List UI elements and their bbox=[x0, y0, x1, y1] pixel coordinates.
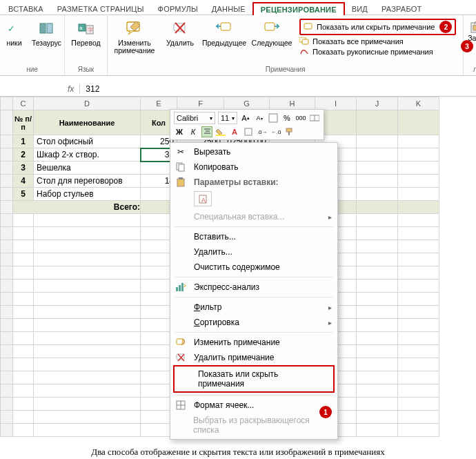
next-comment-button[interactable]: Следующее bbox=[251, 17, 292, 47]
svg-rect-28 bbox=[177, 179, 184, 186]
cell-num-1[interactable]: 1 bbox=[13, 135, 34, 148]
svg-rect-33 bbox=[179, 285, 181, 291]
ctx-delete[interactable]: Удалить... bbox=[170, 244, 337, 260]
svg-text:✓: ✓ bbox=[8, 23, 15, 34]
translate-button[interactable]: a字 Перевод bbox=[66, 17, 107, 47]
ctx-cut[interactable]: ✂Вырезать bbox=[170, 144, 337, 159]
show-ink-button[interactable]: Показать рукописные примечания bbox=[299, 48, 456, 56]
italic-icon[interactable]: К bbox=[188, 126, 199, 137]
ctx-quick-analysis[interactable]: Экспресс-анализ bbox=[170, 280, 337, 295]
context-menu: ✂Вырезать Копировать Параметры вставки: … bbox=[170, 142, 338, 440]
formula-value[interactable]: 312 bbox=[80, 84, 105, 94]
cell-name-1[interactable]: Стол офисный bbox=[34, 135, 141, 148]
svg-text:A: A bbox=[201, 197, 206, 204]
svg-rect-23 bbox=[245, 128, 252, 135]
svg-rect-2 bbox=[47, 23, 52, 33]
show-ink-label: Показать рукописные примечания bbox=[313, 48, 433, 56]
ctx-copy[interactable]: Копировать bbox=[170, 159, 337, 175]
header-np[interactable]: № п/п bbox=[13, 110, 34, 135]
tab-review[interactable]: РЕЦЕНЗИРОВАНИЕ bbox=[252, 2, 345, 15]
tab-insert[interactable]: ВСТАВКА bbox=[1, 3, 50, 14]
fill-color-icon[interactable] bbox=[215, 126, 226, 137]
cell-name-2[interactable]: Шкаф 2-х створ. bbox=[34, 148, 141, 162]
ink-icon bbox=[299, 48, 309, 56]
increase-font-icon[interactable]: A▴ bbox=[240, 113, 251, 124]
accounting-format-icon[interactable] bbox=[268, 113, 279, 124]
decrease-font-icon[interactable]: A▾ bbox=[254, 113, 265, 124]
borders-icon[interactable] bbox=[243, 126, 254, 137]
cell-num-5[interactable]: 5 bbox=[13, 188, 34, 201]
svg-rect-29 bbox=[179, 177, 183, 179]
cell-name-4[interactable]: Стол для переговоров bbox=[34, 175, 141, 188]
col-header-J[interactable]: J bbox=[357, 97, 398, 110]
format-cells-icon bbox=[175, 400, 187, 410]
tab-page-layout[interactable]: РАЗМЕТКА СТРАНИЦЫ bbox=[50, 3, 151, 14]
callout-1: 1 bbox=[319, 406, 332, 418]
comment-icon bbox=[304, 23, 313, 31]
figure-caption: Два способа отображение и скрытия текста… bbox=[0, 437, 476, 459]
show-hide-comment-label: Показать или скрыть примечание bbox=[317, 23, 435, 31]
group-label-proofing: ние bbox=[26, 66, 38, 74]
tab-data[interactable]: ДАННЫЕ bbox=[205, 3, 252, 14]
decrease-decimal-icon[interactable]: ←.0 bbox=[270, 126, 281, 137]
tab-view[interactable]: ВИД bbox=[345, 3, 375, 14]
col-header-F[interactable]: F bbox=[177, 97, 224, 110]
increase-decimal-icon[interactable]: .0→ bbox=[257, 126, 268, 137]
thousands-icon[interactable]: 000 bbox=[295, 113, 306, 124]
svg-rect-25 bbox=[288, 132, 290, 135]
thesaurus-button[interactable]: Тезаурус bbox=[31, 17, 63, 47]
show-all-comments-button[interactable]: Показать все примечания bbox=[299, 37, 456, 46]
total-label[interactable]: Всего: bbox=[13, 201, 141, 214]
edit-comment-icon bbox=[175, 338, 187, 346]
svg-rect-32 bbox=[176, 287, 178, 291]
ctx-clear[interactable]: Очистить содержимое bbox=[170, 260, 337, 275]
fx-icon[interactable]: fx bbox=[62, 84, 80, 94]
ctx-special-paste[interactable]: Специальная вставка... bbox=[170, 209, 337, 224]
prev-comment-button[interactable]: Предыдущее bbox=[201, 17, 247, 47]
merge-icon[interactable] bbox=[309, 113, 320, 124]
col-header-H[interactable]: H bbox=[270, 97, 315, 110]
ctx-edit-comment[interactable]: Изменить примечание bbox=[170, 335, 337, 350]
align-center-icon[interactable] bbox=[201, 126, 212, 137]
cell-num-4[interactable]: 4 bbox=[13, 175, 34, 188]
ctx-sort[interactable]: Сортировка bbox=[170, 315, 337, 330]
spellcheck-button[interactable]: ✓ ники bbox=[2, 17, 27, 47]
col-header-E[interactable]: E bbox=[141, 97, 177, 110]
cell-name-5[interactable]: Набор стульев bbox=[34, 188, 141, 201]
quick-analysis-icon bbox=[175, 283, 187, 291]
ctx-show-hide-comments[interactable]: Показать или скрыть примечания bbox=[175, 367, 333, 391]
font-size-select[interactable]: 11▾ bbox=[218, 112, 237, 124]
cell-name-3[interactable]: Вешелка bbox=[34, 162, 141, 175]
font-color-icon[interactable]: A bbox=[229, 126, 240, 137]
cell-num-3[interactable]: 3 bbox=[13, 162, 34, 175]
cell-num-2[interactable]: 2 bbox=[13, 148, 34, 162]
col-header-C[interactable]: C bbox=[13, 97, 34, 110]
bold-icon[interactable]: Ж bbox=[174, 126, 185, 137]
callout-2: 2 bbox=[439, 21, 452, 33]
format-painter-icon[interactable] bbox=[284, 126, 295, 137]
ctx-insert[interactable]: Вставить... bbox=[170, 229, 337, 244]
edit-comment-button[interactable]: Изменить примечание bbox=[110, 17, 159, 55]
tab-formulas[interactable]: ФОРМУЛЫ bbox=[151, 3, 205, 14]
ctx-format-cells[interactable]: Формат ячеек... bbox=[170, 398, 337, 413]
col-header-K[interactable]: K bbox=[398, 97, 439, 110]
worksheet: C D E F G H I J K № п/п Наименование Кол… bbox=[0, 97, 476, 437]
paste-default[interactable]: A bbox=[194, 191, 212, 206]
font-name-select[interactable]: Calibri▾ bbox=[174, 112, 215, 124]
percent-icon[interactable]: % bbox=[281, 113, 292, 124]
svg-text:a: a bbox=[79, 25, 83, 31]
svg-rect-13 bbox=[302, 39, 308, 44]
mini-toolbar: Calibri▾ 11▾ A▴ A▾ % 000 Ж К A .0→ ←.0 bbox=[170, 109, 324, 140]
svg-rect-15 bbox=[473, 26, 476, 30]
ctx-delete-comment[interactable]: Удалить примечание bbox=[170, 350, 337, 365]
tab-developer[interactable]: РАЗРАБОТ bbox=[375, 3, 428, 14]
ctx-filter[interactable]: Фильтр bbox=[170, 300, 337, 315]
show-hide-comment-button[interactable]: Показать или скрыть примечание 2 bbox=[299, 19, 456, 35]
col-header-G[interactable]: G bbox=[224, 97, 270, 110]
ctx-pick-from-dropdown[interactable]: Выбрать из раскрывающегося списка bbox=[170, 413, 337, 438]
svg-rect-24 bbox=[286, 128, 292, 132]
delete-comment-button[interactable]: Удалить bbox=[163, 17, 197, 47]
col-header-I[interactable]: I bbox=[315, 97, 357, 110]
header-name[interactable]: Наименование bbox=[34, 110, 141, 135]
col-header-D[interactable]: D bbox=[34, 97, 141, 110]
